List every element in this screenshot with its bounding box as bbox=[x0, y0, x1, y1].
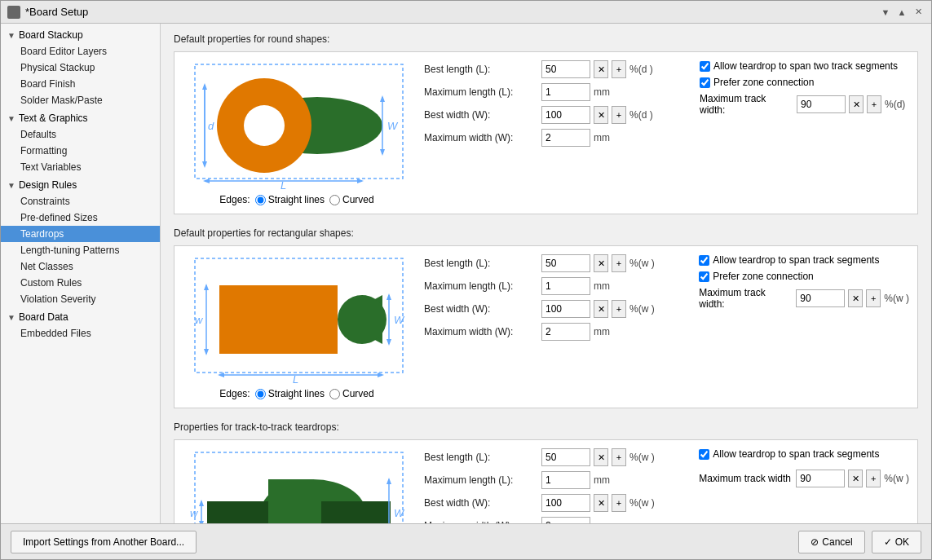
best-length-plus-round[interactable]: + bbox=[612, 60, 626, 78]
diagram-rectangular-shapes: w W L bbox=[183, 254, 411, 399]
param-row-best-width-round: Best width (W): ✕ + %(d ) bbox=[424, 106, 687, 124]
arrow-icon: ▼ bbox=[7, 181, 15, 190]
sidebar-item-text-variables[interactable]: Text Variables bbox=[1, 159, 160, 175]
sidebar-item-solder-mask-paste[interactable]: Solder Mask/Paste bbox=[1, 92, 160, 108]
sidebar-item-physical-stackup[interactable]: Physical Stackup bbox=[1, 60, 160, 76]
sidebar-group-header-board-data[interactable]: ▼ Board Data bbox=[1, 309, 160, 325]
best-length-x-rect[interactable]: ✕ bbox=[594, 254, 608, 272]
max-track-input-round[interactable] bbox=[797, 95, 846, 113]
sidebar-item-constraints[interactable]: Constraints bbox=[1, 193, 160, 209]
sidebar-item-pre-defined-sizes[interactable]: Pre-defined Sizes bbox=[1, 209, 160, 226]
sidebar-item-teardrops[interactable]: Teardrops bbox=[1, 226, 160, 242]
best-width-unit-track: %(w ) bbox=[629, 497, 655, 509]
sidebar-item-board-editor-layers[interactable]: Board Editor Layers bbox=[1, 43, 160, 60]
best-width-plus-rect[interactable]: + bbox=[612, 300, 626, 318]
max-track-input-track[interactable] bbox=[796, 470, 845, 487]
svg-marker-32 bbox=[378, 373, 384, 377]
param-row-max-width-rect: Maximum width (W): mm bbox=[424, 323, 686, 341]
best-length-plus-track[interactable]: + bbox=[612, 448, 626, 466]
best-width-input-round[interactable] bbox=[541, 106, 590, 124]
best-length-plus-rect[interactable]: + bbox=[612, 254, 626, 272]
best-length-x-round[interactable]: ✕ bbox=[594, 60, 608, 78]
max-width-unit-rect: mm bbox=[594, 326, 618, 337]
max-track-plus-rect[interactable]: + bbox=[866, 289, 881, 307]
svg-marker-16 bbox=[357, 179, 364, 183]
sidebar-group-header-design-rules[interactable]: ▼ Design Rules bbox=[1, 177, 160, 193]
max-track-plus-track[interactable]: + bbox=[866, 470, 881, 487]
sidebar-group-label-text-graphics: Text & Graphics bbox=[19, 112, 88, 124]
radio-curved-input-round[interactable] bbox=[329, 195, 340, 205]
max-length-input-rect[interactable] bbox=[541, 277, 590, 295]
titlebar-controls: ▼ ▲ ✕ bbox=[879, 6, 925, 19]
max-length-input-round[interactable] bbox=[541, 83, 590, 101]
max-track-input-rect[interactable] bbox=[796, 289, 845, 307]
edges-label-rect: Edges: bbox=[219, 388, 250, 399]
sidebar-group-label-design-rules: Design Rules bbox=[19, 179, 77, 191]
max-length-input-track[interactable] bbox=[541, 471, 590, 489]
radio-curved-input-rect[interactable] bbox=[329, 389, 340, 399]
svg-text:w: w bbox=[195, 314, 204, 326]
best-width-input-rect[interactable] bbox=[541, 300, 590, 318]
best-width-x-track[interactable]: ✕ bbox=[594, 494, 608, 512]
check-span-track-track[interactable]: Allow teardrop to span track segments bbox=[699, 448, 909, 460]
max-width-input-track[interactable] bbox=[541, 517, 590, 523]
sidebar-item-violation-severity[interactable]: Violation Severity bbox=[1, 291, 160, 307]
param-row-max-width-track: Maximum width (W): mm bbox=[424, 517, 686, 523]
sidebar-group-header-text-graphics[interactable]: ▼ Text & Graphics bbox=[1, 110, 160, 126]
sidebar-item-net-classes[interactable]: Net Classes bbox=[1, 258, 160, 275]
best-length-input-rect[interactable] bbox=[541, 254, 590, 272]
best-width-plus-track[interactable]: + bbox=[612, 494, 626, 512]
minimize-button[interactable]: ▼ bbox=[879, 6, 892, 19]
best-width-x-round[interactable]: ✕ bbox=[594, 106, 608, 124]
sidebar-item-length-tuning-patterns[interactable]: Length-tuning Patterns bbox=[1, 242, 160, 258]
radio-straight-rect[interactable]: Straight lines bbox=[255, 388, 325, 399]
sidebar-item-custom-rules[interactable]: Custom Rules bbox=[1, 275, 160, 291]
sidebar-item-embedded-files[interactable]: Embedded Files bbox=[1, 325, 160, 342]
check-span-track-input-rect[interactable] bbox=[699, 255, 709, 266]
maximize-button[interactable]: ▲ bbox=[895, 6, 908, 19]
max-track-x-rect[interactable]: ✕ bbox=[848, 289, 863, 307]
best-length-input-track[interactable] bbox=[541, 448, 590, 466]
best-length-unit-round: %(d ) bbox=[629, 64, 654, 75]
best-length-input-round[interactable] bbox=[541, 60, 590, 78]
section-body-rectangular-shapes: w W L bbox=[174, 245, 918, 408]
best-width-input-track[interactable] bbox=[541, 494, 590, 512]
radio-straight-input-rect[interactable] bbox=[255, 389, 266, 399]
max-track-x-track[interactable]: ✕ bbox=[848, 470, 863, 487]
radio-curved-round[interactable]: Curved bbox=[329, 194, 374, 205]
sidebar-group-header-board-stackup[interactable]: ▼ Board Stackup bbox=[1, 27, 160, 43]
max-width-input-rect[interactable] bbox=[541, 323, 590, 341]
max-length-label-rect: Maximum length (L): bbox=[424, 280, 538, 292]
radio-straight-round[interactable]: Straight lines bbox=[255, 194, 325, 205]
sidebar-item-formatting[interactable]: Formatting bbox=[1, 143, 160, 159]
sidebar-item-defaults[interactable]: Defaults bbox=[1, 126, 160, 143]
group-board-data: ▼ Board Data Embedded Files bbox=[1, 309, 160, 342]
check-prefer-zone-round[interactable]: Prefer zone connection bbox=[700, 77, 909, 88]
check-span-two-input-round[interactable] bbox=[700, 61, 710, 72]
ok-button[interactable]: ✓ OK bbox=[872, 531, 921, 553]
best-width-x-rect[interactable]: ✕ bbox=[594, 300, 608, 318]
check-prefer-zone-input-round[interactable] bbox=[700, 77, 710, 88]
check-prefer-zone-rect[interactable]: Prefer zone connection bbox=[699, 271, 909, 282]
import-settings-button[interactable]: Import Settings from Another Board... bbox=[11, 531, 197, 553]
check-span-two-round[interactable]: Allow teardrop to span two track segment… bbox=[700, 60, 909, 72]
radio-curved-rect[interactable]: Curved bbox=[329, 388, 374, 399]
max-width-input-round[interactable] bbox=[541, 129, 590, 147]
max-track-plus-round[interactable]: + bbox=[867, 95, 881, 113]
best-length-x-track[interactable]: ✕ bbox=[594, 448, 608, 466]
check-prefer-zone-input-rect[interactable] bbox=[699, 271, 709, 282]
cancel-button[interactable]: ⊘ Cancel bbox=[798, 531, 864, 553]
max-track-unit-rect: %(w ) bbox=[884, 293, 909, 304]
max-track-label-rect: Maximum track width: bbox=[699, 287, 793, 310]
best-width-unit-rect: %(w ) bbox=[629, 303, 655, 315]
radio-straight-input-round[interactable] bbox=[255, 195, 266, 205]
round-shape-svg: d W L bbox=[187, 60, 407, 191]
max-track-x-round[interactable]: ✕ bbox=[849, 95, 864, 113]
close-button[interactable]: ✕ bbox=[912, 6, 925, 19]
best-width-plus-round[interactable]: + bbox=[612, 106, 626, 124]
check-span-track-input-track[interactable] bbox=[699, 449, 709, 460]
svg-marker-12 bbox=[202, 161, 207, 168]
sidebar-item-board-finish[interactable]: Board Finish bbox=[1, 76, 160, 92]
check-span-track-rect[interactable]: Allow teardrop to span track segments bbox=[699, 254, 909, 266]
svg-marker-13 bbox=[380, 95, 385, 102]
